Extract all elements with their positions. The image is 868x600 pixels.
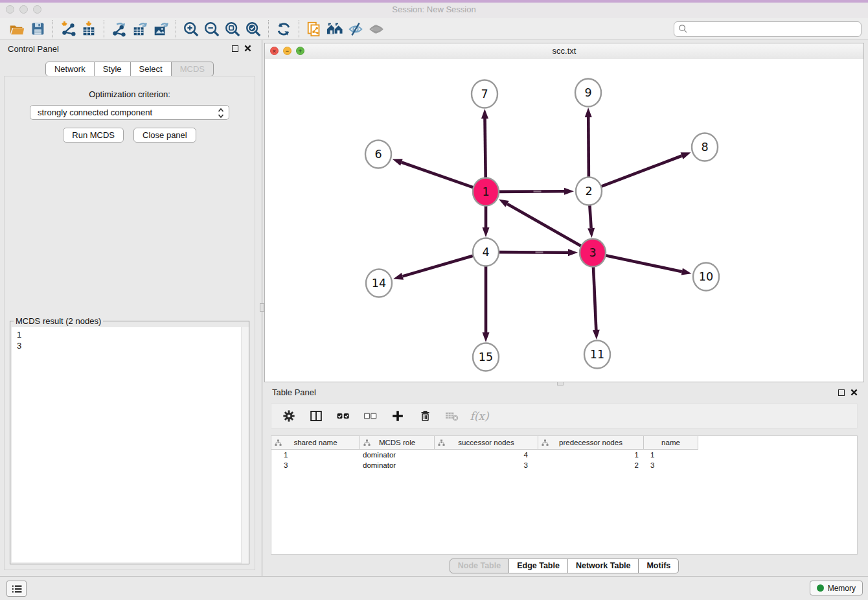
export-table-icon [131,21,148,38]
tab-motifs[interactable]: Motifs [639,559,679,573]
zoom-selected-button[interactable] [243,19,264,39]
task-history-button[interactable] [6,581,27,597]
node-table[interactable]: shared nameMCDS rolesuccessor nodesprede… [271,435,858,555]
network-canvas[interactable]: 1234678910111415 [265,59,863,382]
hide-selected-button[interactable] [345,19,366,39]
mcds-result-box: MCDS result (2 nodes) 13 [10,321,249,564]
edge-3-1[interactable] [507,204,582,247]
node-label-1: 1 [482,185,489,198]
column-header-successor-nodes[interactable]: successor nodes [435,436,538,450]
table-cell[interactable]: 3 [435,461,538,469]
edge-1-7[interactable] [485,119,486,180]
column-header-shared-name[interactable]: shared name [271,436,360,450]
tab-edge-table[interactable]: Edge Table [509,559,568,573]
horizontal-splitter-grip[interactable] [557,382,564,386]
table-settings-button[interactable] [280,408,297,424]
table-row[interactable]: 3dominator323 [271,460,857,470]
table-cell[interactable]: dominator [360,451,435,459]
table-cell[interactable]: dominator [360,461,435,469]
tab-mcds[interactable]: MCDS [172,62,214,76]
function-builder-button[interactable]: f(x) [471,408,488,424]
export-table-button[interactable] [130,19,150,39]
close-table-panel-icon[interactable] [851,389,858,396]
zoom-fit-button[interactable] [222,19,243,39]
create-column-button[interactable] [389,408,406,424]
delete-table-button[interactable] [444,408,461,424]
table-cell[interactable]: 2 [538,461,644,469]
optimization-criterion-select[interactable]: strongly connected component [30,105,229,120]
network-window-titlebar[interactable]: × − + scc.txt [265,43,863,60]
mcds-result-list[interactable]: 13 [12,327,247,562]
edge-2-8[interactable] [600,156,682,187]
toolbar-separator [268,20,269,38]
open-session-button[interactable] [6,19,27,39]
export-network-icon [111,21,128,38]
split-view-button[interactable] [308,408,325,424]
edge-3-11[interactable] [593,264,597,330]
table-cell[interactable]: 4 [435,451,538,459]
column-type-icon [363,439,371,446]
export-image-button[interactable] [150,19,171,39]
column-header-predecessor-nodes[interactable]: predecessor nodes [538,436,644,450]
import-network-button[interactable] [58,19,78,39]
tab-node-table[interactable]: Node Table [450,559,509,573]
list-icon [12,584,22,594]
export-image-icon [152,21,169,38]
edge-4-3[interactable] [497,252,568,253]
tab-select[interactable]: Select [131,62,172,76]
node-label-6: 6 [374,148,382,161]
search-field[interactable] [674,21,862,37]
float-table-panel-icon[interactable] [838,389,845,396]
import-table-button[interactable] [78,19,99,39]
import-network-icon [60,21,76,38]
column-header-MCDS-role[interactable]: MCDS role [360,436,435,450]
apply-layout-button[interactable] [273,19,294,39]
tab-network-table[interactable]: Network Table [568,559,639,573]
close-panel-button[interactable]: Close panel [133,128,196,143]
save-session-button[interactable] [27,19,48,39]
memory-button[interactable]: Memory [810,581,863,595]
hide-columns-button[interactable] [362,408,379,424]
node-label-9: 9 [584,86,591,99]
network-window-title: scc.txt [265,46,863,56]
export-network-button[interactable] [109,19,130,39]
edge-4-14[interactable] [402,255,474,276]
edge-1-2[interactable] [497,191,564,192]
table-cell[interactable]: 3 [644,461,698,469]
tab-style[interactable]: Style [95,62,131,76]
tab-network[interactable]: Network [45,62,95,76]
selected-criterion: strongly connected component [38,108,152,117]
zoom-out-button[interactable] [201,19,222,39]
network-window: × − + scc.txt 1234678910111415 [264,43,864,382]
table-cell[interactable]: 3 [271,461,360,469]
vertical-splitter[interactable] [259,40,264,577]
float-panel-icon[interactable] [232,45,238,52]
zoom-in-button[interactable] [181,19,201,39]
node-label-15: 15 [479,351,493,363]
import-table-icon [80,21,97,38]
network-graph[interactable]: 1234678910111415 [265,59,863,382]
delete-table-icon [444,410,460,422]
edge-1-6[interactable] [402,163,475,189]
result-scrollbar[interactable] [241,327,249,564]
close-panel-icon[interactable] [244,45,251,52]
edge-2-3[interactable] [589,203,591,228]
table-cell[interactable]: 1 [538,451,644,459]
edge-2-9[interactable] [588,117,589,179]
column-header-name[interactable]: name [644,436,698,450]
status-bar: Memory [0,576,868,600]
show-all-button[interactable] [366,19,387,39]
edge-3-10[interactable] [604,255,682,271]
run-mcds-button[interactable]: Run MCDS [63,128,124,143]
table-cell[interactable]: 1 [644,451,698,459]
search-input[interactable] [691,24,861,34]
table-row[interactable]: 1dominator411 [271,450,857,460]
clone-network-button[interactable] [304,19,325,39]
table-panel-title: Table Panel [272,387,316,397]
arrowhead-icon [483,227,490,237]
delete-column-button[interactable] [417,408,433,424]
first-neighbors-button[interactable] [325,19,345,39]
table-cell[interactable]: 1 [271,451,360,459]
splitter-grip[interactable] [260,303,264,312]
show-columns-button[interactable] [335,408,352,424]
